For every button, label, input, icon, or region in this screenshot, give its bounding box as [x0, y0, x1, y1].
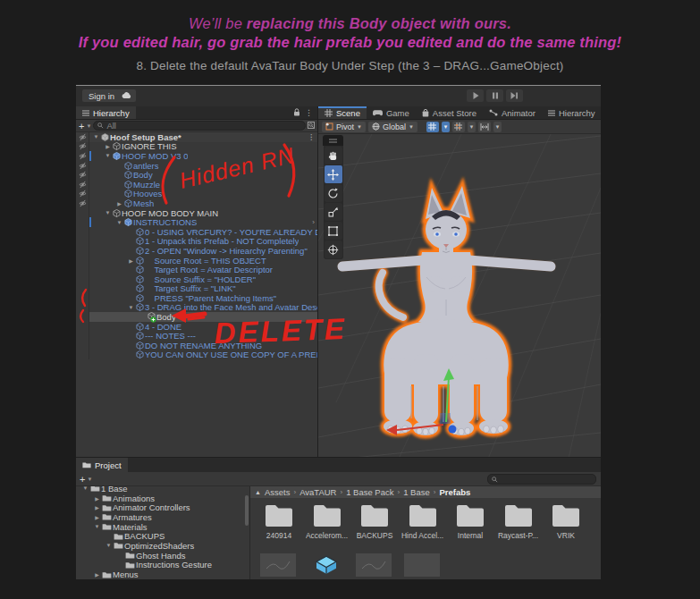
grid-snap-dropdown[interactable]: ▼: [468, 122, 476, 132]
expand-arrow[interactable]: ▶: [115, 200, 123, 207]
project-search-input[interactable]: [487, 474, 596, 485]
hierarchy-row[interactable]: ▼Hoof Setup Base*⋮: [76, 132, 317, 142]
grid-visibility-dropdown[interactable]: ▼: [442, 122, 450, 132]
hierarchy-row[interactable]: Source Suffix = "HOLDER": [76, 274, 317, 284]
move-tool-button[interactable]: [325, 165, 342, 183]
visibility-off-icon[interactable]: [76, 170, 89, 180]
hierarchy-row[interactable]: Target Root = Avatar Descriptor: [76, 265, 317, 274]
visibility-off-icon[interactable]: [76, 132, 89, 142]
hierarchy-row[interactable]: PRESS "Parent Matching Items": [76, 293, 317, 303]
project-tree-scrollbar[interactable]: [245, 495, 249, 526]
expand-arrow[interactable]: ▶: [93, 495, 101, 502]
play-button[interactable]: [467, 89, 484, 102]
expand-arrow[interactable]: ▼: [127, 305, 135, 310]
visibility-gutter[interactable]: [76, 217, 89, 227]
visibility-off-icon[interactable]: [76, 151, 89, 161]
visibility-gutter[interactable]: [76, 293, 89, 303]
tab-scene[interactable]: Scene: [318, 106, 367, 119]
visibility-gutter[interactable]: [76, 331, 89, 341]
visibility-off-icon[interactable]: [76, 190, 89, 199]
hierarchy-row[interactable]: ▼HOOF MOD V3 0: [76, 151, 317, 161]
asset-folder[interactable]: 240914: [257, 504, 300, 540]
expand-arrow[interactable]: ▶: [93, 504, 101, 510]
expand-arrow[interactable]: ▼: [93, 524, 101, 529]
pause-button[interactable]: [486, 89, 503, 102]
rect-tool-button[interactable]: [325, 222, 342, 240]
expand-arrow[interactable]: ▶: [104, 143, 112, 149]
transform-tool-button[interactable]: [325, 240, 342, 258]
expand-arrow[interactable]: ▶: [93, 514, 101, 520]
tab-project[interactable]: Project: [76, 458, 128, 472]
hierarchy-row[interactable]: ▼3 - DRAG into the Face Mesh and Avatar …: [76, 303, 317, 313]
expand-arrow[interactable]: ▼: [104, 153, 112, 158]
visibility-gutter[interactable]: [76, 265, 89, 274]
global-toggle-button[interactable]: Global▼: [368, 122, 417, 132]
visibility-off-icon[interactable]: [76, 180, 89, 190]
hierarchy-row[interactable]: Body: [76, 312, 317, 322]
create-plus-button[interactable]: +: [79, 122, 84, 131]
asset-folder[interactable]: Accelerom...: [306, 504, 349, 540]
hierarchy-row[interactable]: YOU CAN ONLY USE ONE COPY OF A PREFAB: [76, 350, 317, 360]
visibility-gutter[interactable]: [76, 227, 89, 237]
expand-arrow[interactable]: ▶: [93, 571, 101, 578]
hierarchy-row[interactable]: 1 - Unpack this Prefab - NOT Completely: [76, 237, 317, 247]
hierarchy-row[interactable]: 4 - DONE: [76, 322, 317, 332]
kebab-menu-icon[interactable]: ⋮: [305, 108, 313, 117]
visibility-gutter[interactable]: [76, 208, 89, 218]
rotate-tool-button[interactable]: [325, 184, 342, 202]
avatar-model[interactable]: [318, 134, 601, 457]
tab-hierarchy[interactable]: Hierarchy: [542, 106, 602, 119]
open-prefab-chevron[interactable]: ›: [312, 218, 317, 226]
collapse-breadcrumb-icon[interactable]: ▲: [255, 489, 261, 495]
breadcrumb-item[interactable]: Assets: [265, 487, 291, 497]
hierarchy-row[interactable]: Body: [76, 170, 317, 180]
project-create-button[interactable]: +: [80, 474, 85, 485]
breadcrumb-item[interactable]: AvaTAUR: [299, 487, 336, 497]
animation-asset-thumbnail[interactable]: [356, 553, 392, 577]
project-create-dropdown[interactable]: ▼: [87, 477, 92, 482]
visibility-gutter[interactable]: [76, 303, 89, 313]
hierarchy-row[interactable]: 0 - USING VRCFURY? - YOU'RE ALREADY DONE: [76, 227, 317, 237]
visibility-gutter[interactable]: [76, 237, 89, 247]
asset-folder[interactable]: Internal: [449, 504, 492, 540]
cloud-services-button[interactable]: [116, 89, 136, 102]
asset-folder[interactable]: BACKUPS: [353, 504, 396, 540]
tab-game[interactable]: Game: [367, 106, 416, 119]
project-tree-row[interactable]: ▶Armatures: [76, 512, 249, 522]
expand-arrow[interactable]: ▼: [104, 210, 112, 215]
visibility-gutter[interactable]: [76, 312, 89, 322]
tab-hierarchy-left[interactable]: Hierarchy: [76, 106, 136, 119]
prefab-asset-thumbnail[interactable]: [308, 553, 344, 577]
expand-arrow[interactable]: ▼: [81, 486, 89, 491]
visibility-off-icon[interactable]: [76, 161, 89, 171]
tab-asset-store[interactable]: Asset Store: [416, 106, 483, 119]
animation-asset-thumbnail[interactable]: [404, 553, 440, 577]
hierarchy-row[interactable]: Hooves: [76, 190, 317, 199]
visibility-off-icon[interactable]: [76, 142, 89, 152]
animation-asset-thumbnail[interactable]: [260, 553, 296, 577]
search-window-icon[interactable]: [308, 121, 315, 131]
visibility-off-icon[interactable]: [76, 198, 89, 208]
hierarchy-row[interactable]: ▶ Source Root = THIS OBJECT: [76, 256, 317, 266]
tools-overlay-handle[interactable]: [323, 135, 343, 146]
hierarchy-row[interactable]: --- NOTES ---: [76, 331, 317, 341]
project-tree-row[interactable]: Ghost Hands: [76, 551, 249, 561]
expand-arrow[interactable]: ▼: [115, 220, 123, 225]
snap-increment-dropdown[interactable]: ▼: [493, 122, 502, 132]
asset-folder[interactable]: VRIK: [544, 504, 587, 540]
project-tree-row[interactable]: ▼OptimizedShaders: [76, 541, 249, 551]
sign-in-button[interactable]: Sign in: [82, 89, 121, 102]
breadcrumb-item[interactable]: 1 Base Pack: [346, 487, 393, 497]
lock-icon[interactable]: [293, 108, 300, 118]
project-tree-row[interactable]: Instructions Gesture: [76, 561, 249, 570]
visibility-gutter[interactable]: [76, 274, 89, 284]
row-kebab-icon[interactable]: ⋮: [308, 133, 317, 141]
project-tree-row[interactable]: ▶Animator Controllers: [76, 502, 249, 512]
expand-arrow[interactable]: ▶: [127, 257, 135, 264]
tab-animator[interactable]: Animator: [483, 106, 542, 119]
asset-folder[interactable]: Raycast-P...: [497, 504, 540, 540]
asset-folder[interactable]: W: [593, 504, 602, 540]
visibility-gutter[interactable]: [76, 341, 89, 350]
pivot-toggle-button[interactable]: Pivot▼: [322, 122, 366, 132]
visibility-gutter[interactable]: [76, 322, 89, 332]
